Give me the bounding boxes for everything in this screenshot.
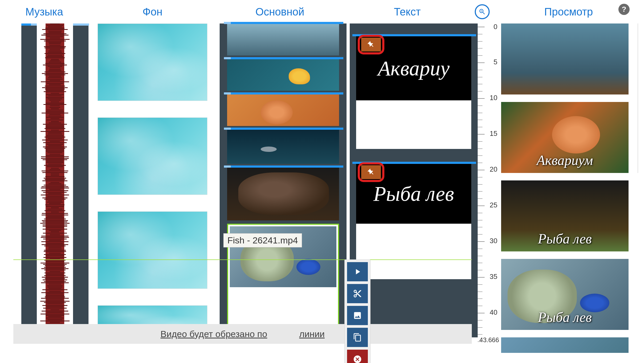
video-clip[interactable] — [227, 23, 339, 56]
zoom-in-button[interactable] — [475, 4, 490, 19]
crop-notice-text-left: Видео будет обрезано по — [160, 329, 267, 339]
crop-notice-bar[interactable]: Видео будет обрезано по линии — [13, 324, 472, 344]
text-clip[interactable]: Аквариу — [356, 36, 471, 149]
pin-icon — [367, 41, 375, 48]
clip-handle[interactable] — [224, 165, 231, 168]
preview-column: Аквариум Рыба лев Рыба лев — [482, 23, 633, 344]
pin-badge-highlight[interactable] — [358, 35, 384, 54]
video-editor-app: ? Музыка Фон Основной Текст Просмотр — [0, 0, 644, 363]
clip-handle[interactable] — [224, 128, 231, 130]
help-button[interactable]: ? — [618, 4, 630, 15]
header-background[interactable]: Фон — [88, 6, 216, 18]
clip-tooltip: Fish - 26241.mp4 — [223, 233, 302, 247]
header-main[interactable]: Основной — [216, 6, 343, 18]
main-video-track: Fish - 26241.mp4 — [220, 23, 347, 337]
play-button[interactable] — [347, 262, 368, 281]
preview-caption: Рыба лев — [501, 231, 629, 247]
clip-topbar[interactable] — [224, 57, 343, 59]
clip-topbar[interactable] — [224, 22, 343, 24]
preview-caption: Рыба лев — [501, 309, 629, 325]
copy-icon — [353, 333, 362, 342]
playhead-line[interactable] — [13, 259, 472, 260]
play-icon — [353, 267, 362, 276]
background-clip[interactable] — [98, 211, 207, 289]
copy-button[interactable] — [347, 328, 368, 347]
clip-thumbnail-content — [289, 68, 310, 84]
scrollbar[interactable] — [638, 23, 644, 173]
header-zoom — [471, 4, 493, 19]
preview-thumbnail[interactable] — [501, 337, 629, 353]
image-button[interactable] — [347, 306, 368, 325]
cut-button[interactable] — [347, 284, 368, 303]
clip-thumbnail-content — [261, 147, 277, 152]
header-music[interactable]: Музыка — [0, 6, 88, 18]
clip-handle[interactable] — [224, 92, 231, 94]
background-clip[interactable] — [98, 117, 207, 195]
video-clip[interactable] — [227, 129, 339, 164]
clip-thumbnail-content — [238, 172, 329, 215]
video-clip[interactable] — [227, 167, 339, 220]
pin-badge-highlight[interactable] — [358, 162, 384, 182]
help-icon: ? — [622, 5, 626, 14]
clip-topbar[interactable] — [224, 128, 343, 130]
clip-handle[interactable] — [224, 22, 231, 24]
preview-thumbnail[interactable]: Рыба лев — [501, 259, 629, 330]
preview-thumbnail[interactable]: Аквариум — [501, 102, 629, 173]
pin-icon — [367, 168, 375, 176]
background-track — [88, 23, 216, 337]
text-clip[interactable]: Рыба лев — [356, 164, 471, 279]
clip-thumbnail-content — [296, 259, 320, 275]
crop-notice-text-right: линии — [299, 329, 325, 339]
clip-topbar[interactable] — [224, 92, 343, 94]
clip-thumbnail-content — [261, 100, 293, 124]
music-track[interactable] — [21, 23, 88, 337]
clip-handle[interactable] — [224, 57, 231, 59]
background-clip[interactable] — [98, 23, 207, 101]
clip-action-toolbar — [344, 259, 371, 363]
track-headers: Музыка Фон Основной Текст Просмотр — [0, 0, 644, 23]
delete-icon — [353, 355, 362, 363]
preview-caption: Аквариум — [501, 152, 629, 168]
image-icon — [353, 311, 362, 320]
video-clip[interactable] — [227, 59, 339, 91]
header-text[interactable]: Текст — [343, 6, 471, 18]
preview-thumbnail[interactable]: Рыба лев — [501, 180, 629, 251]
audio-waveform[interactable] — [37, 23, 73, 337]
preview-thumbnail[interactable] — [501, 23, 629, 94]
delete-button[interactable] — [347, 350, 368, 363]
timeline-area: Fish - 26241.mp4 Аквариу — [0, 23, 644, 344]
thumbnail-content — [552, 116, 600, 153]
zoom-in-icon — [478, 8, 486, 15]
scissors-icon — [353, 289, 362, 298]
video-clip[interactable] — [227, 94, 339, 126]
clip-topbar[interactable] — [224, 165, 343, 168]
